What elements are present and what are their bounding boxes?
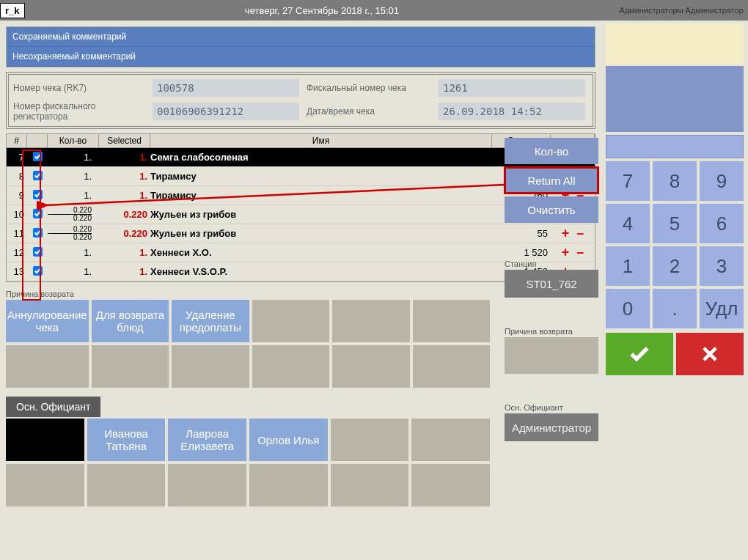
row-checkbox[interactable] [33,247,43,257]
row-name: Семга слабосоленая [150,152,492,163]
header-userline: Администраторы Администратор [619,6,748,15]
reason-button [413,345,490,388]
waiter-button[interactable] [6,419,84,461]
row-selected: 0.220 [99,209,150,220]
fiscal-no-value: 1261 [439,79,585,97]
col-num: # [7,134,27,147]
check-icon [628,342,651,366]
reason-label-side: Причина возврата [505,327,598,336]
reason-button [172,345,249,388]
row-checkbox[interactable] [33,266,43,276]
row-num: 13 [7,266,27,277]
clear-button[interactable]: Очистить [505,196,598,223]
x-icon [700,344,720,364]
waiter-button[interactable] [411,464,490,506]
keypad-key-0[interactable]: 0 [606,289,650,328]
row-selected: 1. [99,152,150,163]
fr-no-label: Номер фискального регистратора [13,101,145,122]
col-selected: Selected [99,134,150,147]
waiter-button[interactable] [331,464,409,506]
waiter-button[interactable] [168,464,246,506]
waiter-button[interactable]: Иванова Татьяна [87,419,166,461]
row-checkbox[interactable] [33,171,43,180]
row-checkbox[interactable] [33,209,43,218]
check-no-value: 100578 [153,79,299,97]
header-datetime: четверг, 27 Сентябрь 2018 г., 15:01 [25,5,620,16]
row-selected: 0.220 [99,228,150,239]
row-qty: 1. [48,247,99,258]
row-selected: 1. [99,266,150,277]
row-num: 8 [7,171,27,182]
keypad-key-Удл[interactable]: Удл [700,289,744,328]
fiscal-no-label: Фискальный номер чека [307,83,431,93]
keypad-key-4[interactable]: 4 [606,204,650,243]
keypad-key-7[interactable]: 7 [606,161,650,201]
station-value: ST01_762 [505,270,598,298]
app-brand: r_k [0,3,25,18]
station-label: Станция [505,259,598,268]
waiter-button[interactable] [411,419,490,461]
col-name: Имя [150,134,492,147]
row-name: Хеннеси V.S.O.P. [150,266,492,277]
keypad-key-2[interactable]: 2 [653,246,697,286]
row-checkbox[interactable] [33,190,43,199]
reason-button [413,300,490,342]
row-qty: 1. [48,152,99,163]
row-num: 7 [7,152,27,163]
row-qty: 0.2200.220 [48,226,99,241]
admin-value[interactable]: Администратор [505,413,598,441]
row-num: 9 [7,190,27,201]
waiter-button[interactable]: Орлов Илья [249,419,328,461]
reason-button [6,345,89,388]
row-name: Тирамису [150,190,492,201]
waiter-button[interactable] [249,464,328,506]
keypad-key-8[interactable]: 8 [653,161,697,201]
waiter-button[interactable] [331,419,409,461]
row-selected: 1. [99,247,150,258]
return-all-button[interactable]: Return All [505,167,598,194]
row-qty: 1. [48,190,99,201]
check-dt-value: 26.09.2018 14:52 [439,103,585,120]
reason-button[interactable]: Для возврата блюд [92,300,169,342]
row-selected: 1. [99,190,150,201]
row-checkbox[interactable] [33,152,43,161]
row-num: 10 [7,209,27,220]
waiter-button[interactable]: Лаврова Елизавета [168,419,246,461]
reason-button [92,345,169,388]
unsaved-comment-row[interactable]: Несохраняемый комментарий [7,47,595,67]
check-dt-label: Дата/время чека [307,106,431,117]
row-num: 12 [7,247,27,258]
col-check [27,134,48,147]
row-name: Тирамису [150,171,492,182]
waiter-button[interactable] [6,464,84,506]
keypad-key-6[interactable]: 6 [700,204,744,243]
reason-button[interactable]: Аннулирование чека [6,300,89,342]
keypad-key-9[interactable]: 9 [700,161,744,201]
numeric-display[interactable] [606,135,744,158]
keypad-key-.[interactable]: . [653,289,697,328]
row-checkbox[interactable] [33,228,43,237]
right-top-panel [606,23,744,65]
row-num: 11 [7,228,27,239]
waiter-button[interactable] [87,464,166,506]
right-blue-panel [606,66,744,132]
keypad-key-5[interactable]: 5 [653,204,697,243]
saved-comment-row[interactable]: Сохраняемый комментарий [7,27,595,47]
row-qty: 0.2200.220 [48,207,99,222]
row-name: Жульен из грибов [150,228,492,239]
cancel-button[interactable] [676,333,744,375]
keypad-key-3[interactable]: 3 [700,246,744,286]
reason-button [332,345,409,388]
reason-button [252,345,329,388]
row-qty: 1. [48,171,99,182]
reason-button [332,300,409,342]
reason-value-side [505,337,598,374]
check-no-label: Номер чека (RK7) [13,83,145,93]
reason-button[interactable]: Удаление предоплаты [172,300,249,342]
main-waiter-button[interactable]: Осн. Официант [6,397,100,417]
keypad-key-1[interactable]: 1 [606,246,650,286]
confirm-button[interactable] [606,333,673,375]
qty-button[interactable]: Кол-во [505,138,598,164]
row-qty: 1. [48,266,99,277]
reason-button [252,300,329,342]
